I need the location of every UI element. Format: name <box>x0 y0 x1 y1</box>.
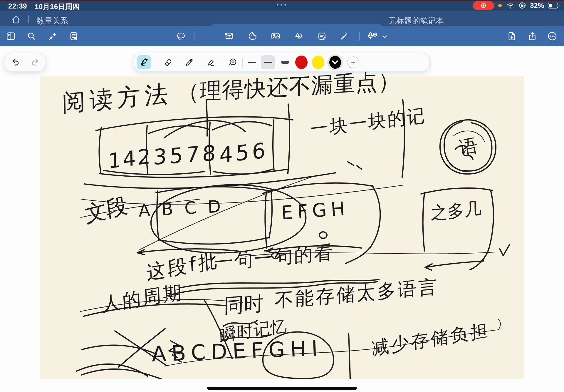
toolbar-divider-2 <box>359 32 360 41</box>
selected-color-ring <box>327 54 343 70</box>
color-yellow[interactable] <box>311 55 325 69</box>
home-indicator[interactable] <box>207 387 357 390</box>
record-chevron-icon[interactable] <box>381 33 388 40</box>
undo-button[interactable] <box>9 55 23 69</box>
pointer-dots <box>277 4 286 6</box>
handwriting-chunk-456: 456 <box>219 138 268 167</box>
toolbar-divider <box>194 32 194 41</box>
battery-percent: 32% <box>530 1 544 10</box>
privacy-dot-icon <box>498 3 502 8</box>
handwriting-chunk-3578: 3578 <box>153 140 219 170</box>
tab-untitled-notebook[interactable]: 无标题的笔记本 <box>388 16 444 26</box>
battery-icon <box>548 2 560 9</box>
highlighter-tool[interactable] <box>204 55 218 69</box>
tab-divider <box>28 15 29 23</box>
note-button[interactable] <box>317 31 327 41</box>
main-toolbar <box>0 26 564 46</box>
record-audio-button[interactable] <box>365 31 380 41</box>
color-black-selected[interactable] <box>327 55 343 69</box>
search-button[interactable] <box>26 31 36 41</box>
clock: 22:39 <box>8 2 27 11</box>
fountain-pen-tool[interactable] <box>137 55 151 69</box>
home-icon <box>11 14 21 25</box>
black-swatch <box>329 56 341 69</box>
tab-bar: 数量关系 草稿 无标题的笔记本 <box>0 11 564 26</box>
sticker-button[interactable] <box>248 31 258 41</box>
thickness-medium-selected[interactable] <box>261 55 275 69</box>
thick-line <box>281 61 289 64</box>
thin-line <box>248 62 256 63</box>
text-tool-button[interactable] <box>224 31 234 41</box>
sidebar-button[interactable] <box>6 31 16 41</box>
redo-button[interactable] <box>28 55 42 69</box>
color-red[interactable] <box>294 55 308 69</box>
ai-sparkle-button[interactable] <box>48 31 58 41</box>
options-divider <box>242 58 243 67</box>
add-color-button[interactable]: + <box>346 55 360 69</box>
more-button[interactable] <box>547 31 557 41</box>
chevron-down-icon <box>330 57 340 67</box>
screen-recording-indicator[interactable] <box>473 1 494 10</box>
thickness-thin[interactable] <box>245 55 259 69</box>
medium-line <box>264 62 272 63</box>
thickness-thick[interactable] <box>278 55 292 69</box>
document-outline-button[interactable] <box>69 31 79 41</box>
wifi-icon <box>506 2 515 9</box>
undo-redo-pill <box>4 53 46 71</box>
yellow-swatch <box>312 56 324 69</box>
tab-shuliangguanxi[interactable]: 数量关系 <box>36 16 68 26</box>
tape-tool[interactable] <box>225 55 239 69</box>
red-swatch <box>295 56 308 69</box>
laser-pointer-button[interactable] <box>339 31 349 41</box>
add-page-button[interactable] <box>507 31 517 41</box>
orientation-lock-icon <box>518 1 526 10</box>
ipad-notes-app: 22:39 10月16日周四 <box>0 0 564 392</box>
date: 10月16日周四 <box>35 2 80 11</box>
plus-icon: + <box>347 56 359 68</box>
home-button[interactable] <box>11 14 21 24</box>
fine-pen-tool[interactable] <box>182 55 197 69</box>
note-canvas[interactable]: 阅读方法 （理得快还不漏重点） 142 3578 456 一块一块的记 语 文段… <box>40 76 524 379</box>
image-button[interactable] <box>271 31 281 41</box>
handwriting-tongshi: 同时 <box>224 290 264 320</box>
status-bar: 22:39 10月16日周四 <box>0 0 564 11</box>
record-icon <box>480 2 487 9</box>
eraser-tool[interactable] <box>161 55 175 69</box>
share-button[interactable] <box>527 31 537 41</box>
shapes-button[interactable] <box>294 31 304 41</box>
lasso-button[interactable] <box>176 31 186 41</box>
